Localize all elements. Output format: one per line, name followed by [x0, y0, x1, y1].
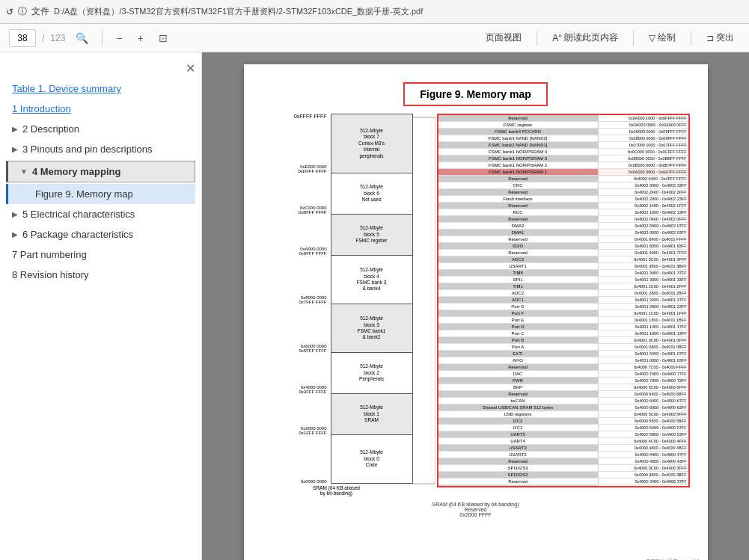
detail-row-reserved7: Reserved 0x4001 4000 - 0x4001 7FFF: [438, 250, 688, 256]
bottom-addr: 0x2000 FFFF: [262, 512, 690, 517]
sidebar-item-device-summary[interactable]: Table 1. Device summary: [0, 79, 201, 99]
highlight-button[interactable]: ⊐ 突出: [700, 28, 740, 47]
detail-row-usart2: USART2 0x4000 4400 - 0x4000 47FF: [438, 452, 688, 458]
detail-row-uart4: UART4 0x4000 4C00 - 0x4000 4FFF: [438, 438, 688, 445]
page-view-button[interactable]: 页面视图: [480, 28, 528, 47]
detail-label-reserved10: Reserved: [438, 458, 599, 464]
mem-block-6: 512-Mbyteblock 6Not used: [331, 173, 413, 215]
detail-addr-reserved5: 0x4002 0400 - 0x4002 0FFF: [599, 216, 688, 222]
detail-addr-portf: 0x4001 1C00 - 0x4001 1FFF: [599, 310, 688, 316]
sidebar-label-memory-mapping: 4 Memory mapping: [32, 166, 120, 177]
detail-label-bxcan: bxCAN: [438, 398, 599, 404]
file-label: 文件: [31, 5, 49, 18]
sidebar-close-button[interactable]: ✕: [186, 61, 195, 76]
page-separator: /: [42, 33, 44, 43]
detail-addr-uart5: 0x4000 5000 - 0x4000 53FF: [599, 431, 688, 437]
fit-button[interactable]: ⊡: [154, 30, 172, 46]
detail-row-fsmc-reg: FSMC register 0x0A000 0000 - 0x0A000 0FF…: [438, 122, 688, 129]
sidebar-item-part-numbering[interactable]: 7 Part numbering: [0, 244, 201, 265]
detail-row-fsmc-nor4: FSMC bank1 NOR/PSRAM 4 0x0C000 0000 - 0x…: [438, 149, 688, 156]
toolbar-divider-3: [633, 31, 634, 46]
detail-label-usart3: USART3: [438, 445, 599, 451]
detail-label-porta: Port A: [438, 344, 599, 350]
zoom-out-button[interactable]: −: [111, 30, 126, 46]
detail-label-usb-sram: Shared USB/CAN SRAM 512 bytes: [438, 404, 599, 410]
sidebar-item-revision[interactable]: 8 Revision history: [0, 265, 201, 285]
detail-row-reserved8: Reserved 0x4000 7C00 - 0x4000 FFFF: [438, 364, 688, 371]
detail-row-tim8: TIM8 0x4001 3400 - 0x4001 37FF: [438, 270, 688, 277]
page-input[interactable]: [9, 29, 36, 47]
sidebar-item-package[interactable]: ▶ 6 Package characteristics: [0, 224, 201, 244]
detail-label-spi2: SPI2/I2S2: [438, 472, 599, 478]
detail-addr-spi1: 0x4001 3000 - 0x4001 33FF: [599, 277, 688, 283]
addr-bot-7: 0xE000 00000xDFFF FFFF: [262, 164, 327, 173]
detail-row-fsmc-nand1: FSMC bank2 NAND [NAND1] 0x07000 0000 - 0…: [438, 142, 688, 149]
detail-row-portc: Port C 0x4001 1000 - 0x4001 13FF: [438, 330, 688, 337]
detail-row-pwr: PWR 0x4000 7000 - 0x4000 73FF: [438, 378, 688, 384]
sidebar-item-figure-memory-map[interactable]: Figure 9. Memory map: [6, 184, 195, 204]
addr-bot-0: 0x0000 0000: [262, 479, 327, 484]
detail-label-spi3: SPI3/I2S3: [438, 465, 599, 471]
sidebar-label-description: 2 Description: [22, 123, 79, 135]
detail-addr-fsmc-bank4: 0x09000 0000 - 0x09FFF FFFF: [599, 129, 688, 135]
detail-addr-sdio: 0x4001 8000 - 0x4001 83FF: [599, 243, 688, 249]
detail-row-reserved4: Reserved 0x4002 1400 - 0x4002 1FFF: [438, 203, 688, 209]
detail-label-reserved6: Reserved: [438, 236, 599, 242]
detail-addr-portg: 0x4001 2000 - 0x4001 23FF: [599, 304, 688, 310]
content-area[interactable]: Figure 9. Memory map 0xFFFF FFFF: [202, 52, 749, 560]
detail-addr-flash: 0x4002 2000 - 0x4002 23FF: [599, 196, 688, 202]
detail-row-i2c2: I2C2 0x4000 5800 - 0x4000 5BFF: [438, 418, 688, 425]
detail-addr-usart2: 0x4000 4400 - 0x4000 47FF: [599, 452, 688, 458]
detail-row-dac: DAC 0x4000 7400 - 0x4000 77FF: [438, 371, 688, 378]
detail-addr-portc: 0x4001 1000 - 0x4001 13FF: [599, 330, 688, 336]
detail-row-portb: Port B 0x4001 0C00 - 0x4001 0FFF: [438, 337, 688, 344]
draw-button[interactable]: ▽ 绘制: [643, 28, 682, 47]
detail-label-dac: DAC: [438, 371, 599, 377]
highlight-icon: ⊐: [706, 33, 714, 43]
sidebar-label-part-numbering: 7 Part numbering: [12, 249, 87, 260]
detail-row-usart3: USART3 0x4000 4800 - 0x4000 4BFF: [438, 445, 688, 452]
detail-addr-fsmc-nor4: 0x0C000 0000 - 0x0CFFF FFFF: [599, 149, 688, 155]
read-button[interactable]: A° 朗读此页内容: [546, 28, 624, 47]
search-button[interactable]: 🔍: [71, 30, 93, 46]
detail-label-reserved3: Reserved: [438, 189, 599, 195]
detail-row-fsmc-nor2: FSMC bank1 NOR/PSRAM 2 0x0B000 0000 - 0x…: [438, 162, 688, 169]
detail-row-reserved-top: Reserved 0x0A000 1000 - 0x0FFFF FFFF: [438, 115, 688, 122]
detail-label-iwdg: IWDG: [438, 485, 599, 487]
figure-title-box: Figure 9. Memory map: [403, 82, 548, 106]
sidebar-label-electrical: 5 Electrical characteristics: [22, 209, 135, 220]
addr-bot-1: 0x2000 00000x1FFF FFFF: [262, 426, 327, 435]
detail-addr-spi2: 0x4000 3800 - 0x4000 3BFF: [599, 472, 688, 478]
sidebar-item-description[interactable]: ▶ 2 Description: [0, 119, 201, 139]
detail-addr-usart1: 0x4001 3800 - 0x4001 3BFF: [599, 263, 688, 269]
detail-label-tim1: TIM1: [438, 283, 599, 289]
zoom-in-button[interactable]: +: [133, 30, 148, 46]
detail-addr-bxcan: 0x4000 6400 - 0x4000 67FF: [599, 398, 688, 404]
detail-row-spi2: SPI2/I2S2 0x4000 3800 - 0x4000 3BFF: [438, 472, 688, 479]
sidebar-item-memory-mapping[interactable]: ▼ 4 Memory mapping: [6, 161, 195, 182]
detail-row-bkp: BKP 0x4000 6C00 - 0x4000 6FFF: [438, 384, 688, 391]
detail-addr-fsmc-nor2: 0x0B000 0000 - 0x0B7FF FFFF: [599, 162, 688, 168]
pinouts-arrow: ▶: [12, 145, 18, 153]
detail-label-portc: Port C: [438, 330, 599, 336]
detail-row-fsmc-nor1: FSMC bank1 NOR/PSRAM 1 0x0A000 0000 - 0x…: [438, 169, 688, 176]
detail-addr-pwr: 0x4000 7000 - 0x4000 73FF: [599, 378, 688, 384]
detail-row-rcc: RCC 0x4002 1000 - 0x4002 13FF: [438, 209, 688, 216]
detail-row-porte: Port E 0x4001 1800 - 0x4001 1BFF: [438, 317, 688, 324]
detail-row-tim1: TIM1 0x4001 2C00 - 0x4001 2FFF: [438, 283, 688, 290]
detail-row-fsmc-bank4: FSMC bank4 PCCARD 0x09000 0000 - 0x09FFF…: [438, 129, 688, 135]
detail-addr-afio: 0x4001 0000 - 0x4001 03FF: [599, 357, 688, 363]
refresh-icon[interactable]: ↺: [6, 7, 13, 17]
detail-addr-i2c1: 0x4000 5400 - 0x4000 57FF: [599, 425, 688, 431]
sidebar-item-pinouts[interactable]: ▶ 3 Pinouts and pin descriptions: [0, 139, 201, 159]
sidebar-item-introduction[interactable]: 1 Introduction: [0, 99, 201, 119]
draw-label: 绘制: [658, 31, 676, 44]
memory-mapping-arrow: ▼: [20, 167, 28, 176]
sidebar-label-package: 6 Package characteristics: [22, 229, 133, 240]
detail-label-rcc: RCC: [438, 209, 599, 215]
page-view-label: 页面视图: [486, 31, 522, 44]
detail-label-fsmc-nor3: FSMC bank1 NOR/PSRAM 3: [438, 156, 599, 161]
detail-addr-adc2: 0x4001 2800 - 0x4001 2BFF: [599, 290, 688, 296]
detail-addr-reserved11: 0x4000 3400 - 0x4000 37FF: [599, 479, 688, 484]
sidebar-item-electrical[interactable]: ▶ 5 Electrical characteristics: [0, 204, 201, 224]
